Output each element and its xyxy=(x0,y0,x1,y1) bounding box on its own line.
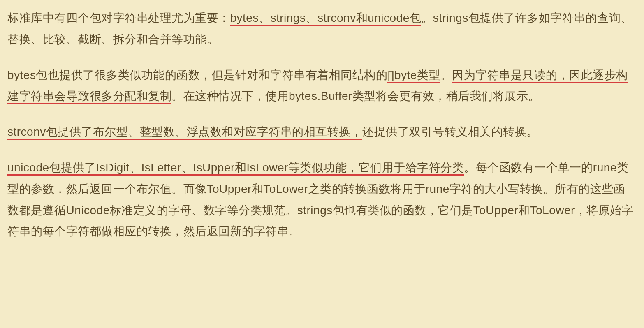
paragraph-3: strconv包提供了布尔型、整型数、浮点数和对应字符串的相互转换，还提供了双引… xyxy=(7,121,637,143)
paragraph-2: bytes包也提供了很多类似功能的函数，但是针对和字符串有着相同结构的[]byt… xyxy=(7,65,637,107)
text-segment: 。在这种情况下，使用bytes.Buffer类型将会更有效，稍后我们将展示。 xyxy=(171,90,540,102)
underlined-segment: strconv包提供了布尔型、整型数、浮点数和对应字符串的相互转换， xyxy=(7,125,362,140)
text-segment: 标准库中有四个包对字符串处理尤为重要： xyxy=(7,12,230,24)
underlined-segment: bytes、strings、strconv和unicode包 xyxy=(230,12,422,26)
text-segment: 还提供了双引号转义相关的转换。 xyxy=(362,125,538,138)
underlined-segment: unicode包提供了IsDigit、IsLetter、IsUpper和IsLo… xyxy=(7,161,464,176)
underlined-segment: []byte类型 xyxy=(387,69,440,83)
document-content: 标准库中有四个包对字符串处理尤为重要：bytes、strings、strconv… xyxy=(7,7,637,242)
paragraph-4: unicode包提供了IsDigit、IsLetter、IsUpper和IsLo… xyxy=(7,157,637,242)
text-segment: bytes包也提供了很多类似功能的函数，但是针对和字符串有着相同结构的 xyxy=(7,69,387,81)
paragraph-1: 标准库中有四个包对字符串处理尤为重要：bytes、strings、strconv… xyxy=(7,7,637,50)
text-segment: 。 xyxy=(440,69,452,81)
